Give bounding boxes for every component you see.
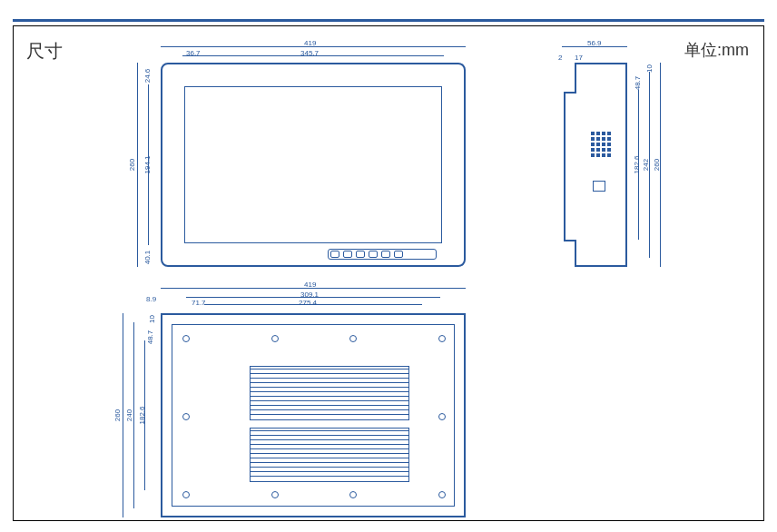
front-view [161, 63, 466, 267]
dim-line [137, 63, 138, 267]
dim-bezel-bottom: 40.1 [143, 251, 152, 265]
drawing-frame: 尺寸 单位:mm 419 36.7 345.7 260 194.1 24.6 4… [13, 25, 764, 521]
header-rule [13, 9, 764, 22]
dim-back-upper: 48.7 [146, 330, 154, 345]
dim-line [123, 313, 123, 517]
front-control-strip [328, 249, 437, 260]
mount-hole [182, 413, 190, 420]
dim-side-mid: 182.6 [633, 155, 641, 173]
side-mount-bracket [564, 92, 576, 241]
mount-hole [182, 335, 190, 342]
dim-side-height: 260 [653, 159, 661, 171]
mount-hole [271, 491, 279, 498]
heatsink-upper [250, 366, 409, 420]
back-view [161, 313, 466, 517]
dim-heatsink-w: 275.4 [299, 299, 317, 307]
mount-hole [438, 335, 446, 342]
dim-back-inner-w: 309.1 [300, 291, 319, 299]
mount-hole [438, 491, 446, 498]
dim-back-top: 10 [148, 315, 156, 323]
dim-side-panel: 2 [558, 54, 562, 62]
section-title: 尺寸 [26, 39, 63, 64]
dim-back-width: 419 [304, 281, 316, 289]
dim-side-depth: 56.9 [587, 39, 602, 47]
mount-hole [349, 335, 357, 342]
mount-hole [182, 491, 190, 498]
dim-side-bracket: 48.7 [634, 76, 642, 91]
dim-back-height: 260 [113, 409, 122, 421]
mount-hole [271, 335, 279, 342]
side-port-area [585, 132, 618, 204]
dim-back-inner-h: 240 [125, 409, 133, 421]
front-screen-area [184, 86, 442, 243]
heatsink-lower [250, 428, 409, 482]
dim-side-top: 10 [645, 64, 654, 73]
mount-hole [349, 491, 357, 498]
dim-back-edge: 8.9 [146, 295, 156, 303]
dim-heatsink-h: 182.6 [138, 406, 146, 424]
unit-label: 单位:mm [684, 39, 749, 61]
dim-side-inset: 17 [575, 54, 583, 62]
dim-screen-width: 345.7 [300, 49, 319, 57]
dim-bezel-top: 24.6 [143, 69, 152, 84]
dim-back-mount: 71.7 [192, 299, 206, 307]
dim-front-width: 419 [304, 39, 316, 47]
dim-bezel-left: 36.7 [186, 49, 201, 57]
mount-hole [438, 413, 446, 420]
dim-side-inner: 242 [642, 159, 650, 171]
dim-screen-height: 194.1 [143, 155, 152, 173]
dim-front-height: 260 [128, 159, 136, 171]
side-view [575, 63, 627, 267]
